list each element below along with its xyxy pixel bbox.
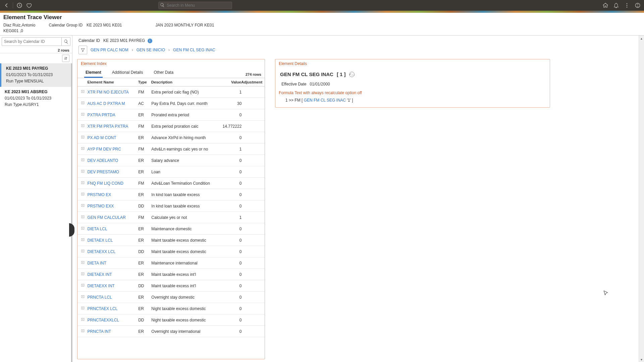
expand-icon[interactable] (81, 306, 86, 310)
element-link[interactable]: DIETAEXX LCL (88, 249, 116, 254)
col-type[interactable]: Type (138, 80, 151, 84)
tab-element[interactable]: Element (84, 68, 103, 78)
back-icon[interactable] (3, 2, 9, 8)
expand-icon[interactable] (81, 283, 86, 288)
menu-search-input[interactable] (158, 2, 232, 9)
table-row[interactable]: PRNCTAEX LCL ER Night taxable excess dom… (77, 303, 265, 314)
table-row[interactable]: AYP FM DEV PRC FM Adv&Ln earnings calc y… (77, 143, 265, 155)
table-row[interactable]: DIETAEXX LCL DD Maint taxable excess dom… (77, 246, 265, 257)
home-icon[interactable] (602, 2, 608, 8)
expand-icon[interactable] (81, 294, 86, 299)
element-link[interactable]: AUS AC D PXTRA M (88, 101, 125, 106)
expand-icon[interactable] (81, 112, 86, 117)
tab-additional-details[interactable]: Additional Details (111, 68, 145, 78)
expand-icon[interactable] (81, 237, 86, 242)
table-row[interactable]: XTR FM NO EJECUTA FM Extra period calc f… (77, 86, 265, 98)
calendar-item[interactable]: KE 2023 M01 ABSREG 01/01/2023 To 01/31/2… (0, 87, 71, 110)
calendar-search-input[interactable] (2, 37, 62, 46)
table-row[interactable]: XTR FM PRTA PXTRA FM Extra period prorat… (77, 121, 265, 132)
table-row[interactable]: PRNCTAEXXLCL DD Night taxable excess dom… (77, 314, 265, 326)
element-link[interactable]: DIETAEXX INT (88, 284, 115, 288)
crumb-2[interactable]: GEN FM CL SEG INAC (173, 48, 215, 52)
tab-other-data[interactable]: Other Data (152, 68, 175, 78)
expand-icon[interactable] (81, 328, 86, 333)
expand-icon[interactable] (81, 180, 86, 185)
element-link[interactable]: DIETAEX LCL (88, 238, 113, 243)
element-link[interactable]: PRNCTA INT (88, 329, 111, 334)
info-icon[interactable]: i (148, 39, 152, 43)
calendar-item[interactable]: KE 2023 M01 PAYREG 01/01/2023 To 01/31/2… (0, 63, 71, 87)
table-row[interactable]: DIETA LCL ER Maintenance domestic 0 (77, 223, 265, 235)
element-link[interactable]: DIETA INT (88, 261, 106, 265)
element-link[interactable]: PRSTMO EX (88, 192, 111, 197)
calendar-search-button[interactable] (62, 37, 70, 46)
col-value[interactable]: Value (220, 80, 241, 84)
formula-element-link[interactable]: GEN FM CL SEG INAC (304, 98, 346, 103)
expand-icon[interactable] (81, 89, 86, 94)
element-type: ER (138, 158, 151, 163)
table-row[interactable]: AUS AC D PXTRA M AC Pay Extra Pd. Days c… (77, 98, 265, 109)
element-desc: Extra period proration calc (151, 124, 220, 129)
element-link[interactable]: PRNCTAEXXLCL (88, 318, 119, 322)
element-value: 0 (220, 192, 242, 197)
element-link[interactable]: PRSTMO EXX (88, 204, 114, 208)
element-link[interactable]: DEV ADELANTO (88, 158, 118, 163)
navbar-icon[interactable] (635, 2, 641, 8)
sort-button[interactable] (62, 55, 69, 62)
table-row[interactable]: GEN FM CALCULAR FM Calculate yes or not … (77, 212, 265, 223)
table-row[interactable]: PRSTMO EX ER In kind loan taxable excess… (77, 189, 265, 200)
actions-icon[interactable] (624, 2, 630, 8)
table-row[interactable]: PXTRA PRTDA ER Prorated extra period 0 (77, 109, 265, 121)
table-row[interactable]: DIETAEXX INT DD Maint taxable excess int… (77, 280, 265, 292)
expand-icon[interactable] (81, 203, 86, 208)
table-row[interactable]: DEV ADELANTO ER Salary advance 0 (77, 155, 265, 166)
col-adjustment[interactable]: Adjustment (241, 80, 261, 84)
scroll-down-icon[interactable]: ▾ (639, 357, 644, 362)
expand-icon[interactable] (81, 135, 86, 139)
table-row[interactable]: PRNCTA LCL ER Overnight stay domestic 0 (77, 292, 265, 303)
crumb-1[interactable]: GEN SE INICIO (137, 48, 165, 52)
expand-icon[interactable] (81, 192, 86, 196)
element-link[interactable]: DEV PRESTAMO (88, 170, 119, 174)
element-link[interactable]: PX AD M CONT (88, 135, 116, 140)
expand-icon[interactable] (81, 260, 86, 265)
favorite-icon[interactable] (26, 2, 32, 8)
crumb-0[interactable]: GEN PR CALC NOM (91, 48, 128, 52)
expand-icon[interactable] (81, 158, 86, 162)
element-link[interactable]: XTR FM PRTA PXTRA (88, 124, 128, 129)
element-link[interactable]: AYP FM DEV PRC (88, 147, 121, 152)
vertical-scrollbar[interactable]: ▴ ▾ (639, 36, 644, 362)
element-link[interactable]: GEN FM CALCULAR (88, 215, 126, 220)
table-row[interactable]: DIETA INT ER Maintenance international 0 (77, 257, 265, 269)
expand-icon[interactable] (81, 215, 86, 219)
expand-icon[interactable] (81, 169, 86, 174)
recent-icon[interactable] (16, 2, 22, 8)
element-link[interactable]: PXTRA PRTDA (88, 113, 115, 117)
table-row[interactable]: FNQ FM LIQ COND FM Adv&Loan Termination … (77, 178, 265, 189)
expand-icon[interactable] (81, 146, 86, 151)
table-row[interactable]: PRSTMO EXX DD In kind loan taxable exces… (77, 200, 265, 212)
element-link[interactable]: PRNCTAEX LCL (88, 306, 118, 311)
expand-icon[interactable] (81, 317, 86, 322)
col-element-name[interactable]: Element Name (88, 80, 138, 84)
element-type: DD (138, 284, 151, 288)
table-row[interactable]: DIETAEX LCL ER Maint taxable excess dome… (77, 235, 265, 246)
table-row[interactable]: DEV PRESTAMO ER Loan 0 (77, 166, 265, 178)
notifications-icon[interactable] (613, 2, 619, 8)
table-row[interactable]: PRNCTA INT ER Overnight stay internation… (77, 326, 265, 337)
expand-icon[interactable] (81, 249, 86, 253)
expand-icon[interactable] (81, 101, 86, 105)
element-link[interactable]: PRNCTA LCL (88, 295, 112, 300)
table-row[interactable]: PX AD M CONT ER Advance XtrPd in hiring … (77, 132, 265, 143)
expand-icon[interactable] (81, 123, 86, 128)
element-link[interactable]: DIETAEX INT (88, 272, 112, 277)
element-link[interactable]: FNQ FM LIQ COND (88, 181, 123, 186)
table-row[interactable]: DIETAEX INT ER Maint taxable excess int'… (77, 269, 265, 280)
element-link[interactable]: XTR FM NO EJECUTA (88, 90, 129, 95)
scroll-up-icon[interactable]: ▴ (639, 36, 644, 41)
filter-button[interactable] (78, 46, 87, 54)
expand-icon[interactable] (81, 226, 86, 231)
element-link[interactable]: DIETA LCL (88, 227, 107, 231)
col-description[interactable]: Description (151, 80, 220, 84)
expand-icon[interactable] (81, 272, 86, 276)
